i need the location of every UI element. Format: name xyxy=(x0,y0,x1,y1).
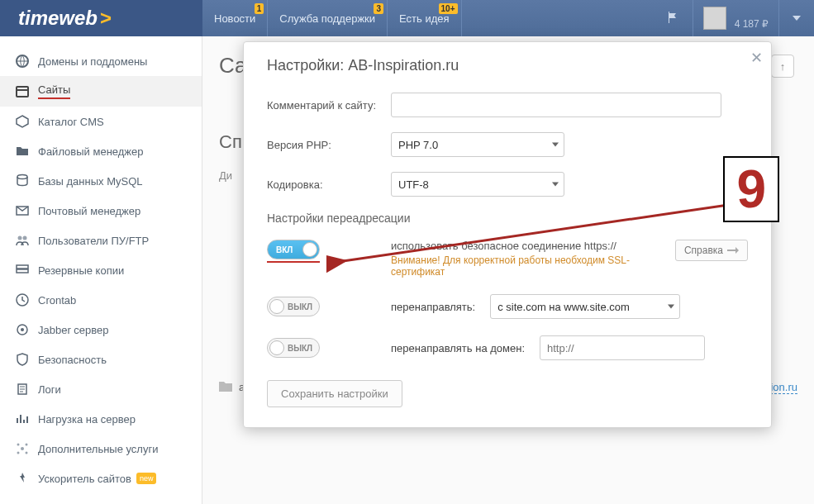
https-desc: использовать безопасное соединение https… xyxy=(391,240,675,278)
svg-rect-7 xyxy=(17,265,28,269)
sidebar-item-sites[interactable]: Сайты xyxy=(0,76,202,107)
flag-icon[interactable] xyxy=(653,11,693,26)
redirect-value: с site.com на www.site.com xyxy=(497,301,630,313)
sidebar-item-shield[interactable]: Безопасность xyxy=(0,345,202,374)
chevron-down-icon xyxy=(668,305,674,309)
settings-modal: ✕ Настройки: AB-Inspiration.ru Комментар… xyxy=(243,41,772,428)
nav-idea[interactable]: Есть идея 10+ xyxy=(388,0,461,36)
header: timeweb> Новости 1 Служба поддержки 3 Ес… xyxy=(0,0,814,36)
nav-news[interactable]: Новости 1 xyxy=(202,0,268,36)
nav: Новости 1 Служба поддержки 3 Есть идея 1… xyxy=(202,0,462,36)
domain-toggle[interactable]: ВЫКЛ xyxy=(267,338,320,358)
sidebar-item-box[interactable]: Каталог CMS xyxy=(0,107,202,136)
nav-badge: 1 xyxy=(255,3,264,14)
https-toggle[interactable]: ВКЛ xyxy=(267,240,320,259)
sidebar-item-db[interactable]: Базы данных MySQL xyxy=(0,166,202,196)
help-label: Справка xyxy=(684,245,723,256)
sidebar-item-extra[interactable]: Дополнительные услуги xyxy=(0,434,202,464)
https-warning: Внимание! Для корректной работы необходи… xyxy=(391,254,675,278)
avatar xyxy=(703,7,726,30)
svg-rect-8 xyxy=(17,269,28,273)
toggle-off-label: ВЫКЛ xyxy=(288,344,312,353)
help-button[interactable]: Справка xyxy=(675,240,748,261)
svg-rect-1 xyxy=(17,87,28,97)
toggle-knob xyxy=(302,242,317,257)
user-box[interactable]: 4 187 ₽ xyxy=(693,0,778,36)
sidebar-item-jabber[interactable]: Jabber сервер xyxy=(0,315,202,345)
chevron-down-icon xyxy=(552,183,559,187)
php-label: Версия PHP: xyxy=(267,139,391,151)
nav-label: Служба поддержки xyxy=(279,12,375,25)
svg-point-11 xyxy=(21,328,24,331)
close-icon[interactable]: ✕ xyxy=(750,49,763,67)
sidebar-item-backup[interactable]: Резервные копии xyxy=(0,255,202,285)
comment-label: Комментарий к сайту: xyxy=(267,99,391,112)
modal-title: Настройки: AB-Inspiration.ru xyxy=(267,57,748,74)
header-right: 4 187 ₽ xyxy=(653,0,814,36)
svg-point-14 xyxy=(26,444,28,446)
encoding-value: UTF-8 xyxy=(398,178,429,191)
sidebar-item-load[interactable]: Нагрузка на сервер xyxy=(0,404,202,434)
toggle-off-label: ВЫКЛ xyxy=(288,302,312,311)
sidebar-item-folder[interactable]: Файловый менеджер xyxy=(0,136,202,166)
php-value: PHP 7.0 xyxy=(398,139,438,151)
encoding-label: Кодировка: xyxy=(267,178,391,191)
chevron-down-icon xyxy=(552,143,559,147)
svg-point-12 xyxy=(21,447,24,450)
redirect-label: перенаправлять: xyxy=(391,301,475,313)
logo-arrow-icon: > xyxy=(100,7,112,30)
save-button[interactable]: Сохранить настройки xyxy=(267,380,402,407)
php-select[interactable]: PHP 7.0 xyxy=(391,132,564,157)
logo-text: timeweb xyxy=(18,7,98,30)
logo[interactable]: timeweb> xyxy=(0,0,202,36)
sidebar-item-users[interactable]: Пользователи ПУ/FTP xyxy=(0,226,202,255)
nav-badge: 10+ xyxy=(439,3,458,14)
folder-icon xyxy=(219,380,232,394)
toggle-knob xyxy=(269,299,284,314)
toggle-on-label: ВКЛ xyxy=(276,245,293,254)
comment-input[interactable] xyxy=(391,93,721,117)
svg-point-3 xyxy=(17,175,27,179)
user-dropdown[interactable] xyxy=(778,0,814,36)
www-toggle[interactable]: ВЫКЛ xyxy=(267,297,320,316)
https-text: использовать безопасное соединение https… xyxy=(391,240,616,252)
encoding-select[interactable]: UTF-8 xyxy=(391,172,564,197)
redirect-select[interactable]: с site.com на www.site.com xyxy=(490,294,680,319)
nav-label: Новости xyxy=(214,12,255,25)
scroll-up-button[interactable]: ↑ xyxy=(771,55,794,78)
sidebar-item-mail[interactable]: Почтовый менеджер xyxy=(0,196,202,226)
svg-point-5 xyxy=(18,236,22,240)
svg-point-15 xyxy=(17,452,20,454)
sidebar-item-cron[interactable]: Crontab xyxy=(0,285,202,315)
nav-badge: 3 xyxy=(374,3,383,14)
sidebar-item-speed[interactable]: Ускоритель сайтовnew xyxy=(0,464,202,493)
svg-point-13 xyxy=(17,444,20,446)
svg-point-6 xyxy=(23,236,27,240)
toggle-knob xyxy=(269,340,284,355)
domain-input[interactable] xyxy=(540,335,705,360)
user-info: 4 187 ₽ xyxy=(735,5,769,31)
svg-point-16 xyxy=(26,452,28,454)
balance: 4 187 ₽ xyxy=(735,18,769,31)
redirect-section-title: Настройки переадресации xyxy=(267,212,748,225)
domain-label: перенаправлять на домен: xyxy=(391,342,525,354)
nav-support[interactable]: Служба поддержки 3 xyxy=(268,0,388,36)
sidebar-item-logs[interactable]: Логи xyxy=(0,374,202,404)
annotation-number: 9 xyxy=(723,156,779,222)
sidebar-item-globe[interactable]: Домены и поддомены xyxy=(0,46,202,76)
sidebar: Домены и поддоменыСайтыКаталог CMSФайлов… xyxy=(0,36,202,504)
